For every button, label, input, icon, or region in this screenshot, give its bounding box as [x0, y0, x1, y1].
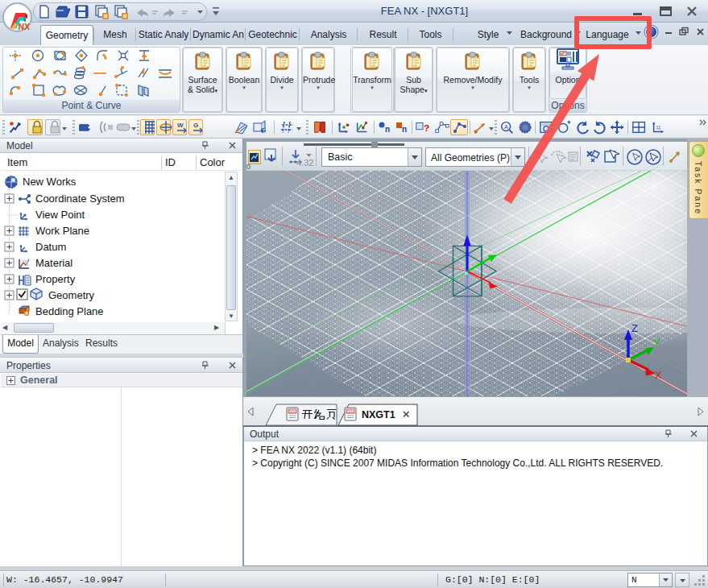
svg-text:G: G	[193, 122, 198, 129]
svg-text:n: n	[402, 125, 407, 134]
svg-text:n: n	[385, 125, 390, 134]
svg-text:Z: Z	[631, 322, 638, 334]
svg-text:DOC: DOC	[289, 410, 298, 414]
svg-text:DOC: DOC	[347, 410, 356, 414]
svg-text:NX: NX	[19, 23, 31, 31]
svg-text:T: T	[262, 128, 266, 134]
svg-text:X: X	[655, 369, 662, 381]
svg-text:W: W	[177, 122, 184, 129]
svg-text:?: ?	[424, 122, 429, 134]
svg-text:Y: Y	[653, 337, 660, 349]
svg-text:NXGT1: NXGT1	[362, 409, 395, 420]
